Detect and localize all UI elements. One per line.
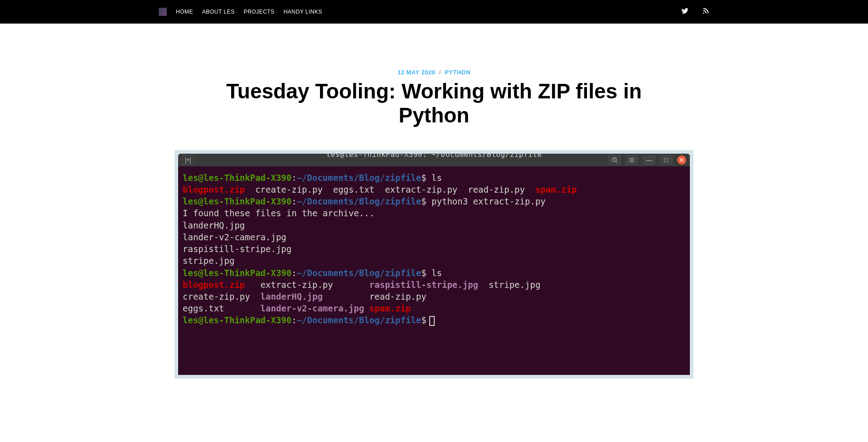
post-meta-separator: / [439, 69, 441, 76]
terminal-body: les@les-ThinkPad-X390:~/Documents/Blog/z… [178, 166, 690, 375]
feature-image: ]+[ les@les-ThinkPad-X390: ~/Documents/B… [175, 150, 693, 379]
main-content: 12 MAY 2020 / PYTHON Tuesday Tooling: Wo… [175, 24, 693, 379]
titlebar-controls: — □ ✕ [608, 155, 686, 165]
nav-left: HOME ABOUT LES PROJECTS HANDY LINKS [159, 8, 322, 16]
terminal-window: ]+[ les@les-ThinkPad-X390: ~/Documents/B… [178, 154, 690, 375]
terminal-line: blogpost.zip create-zip.py eggs.txt extr… [183, 184, 685, 195]
terminal-line: eggs.txt lander-v2-camera.jpg spam.zip [183, 302, 685, 314]
terminal-line: les@les-ThinkPad-X390:~/Documents/Blog/z… [183, 267, 685, 279]
nav-link-handy[interactable]: HANDY LINKS [284, 9, 322, 15]
post-meta: 12 MAY 2020 / PYTHON [175, 69, 693, 76]
close-icon: ✕ [677, 155, 686, 165]
search-icon [608, 155, 621, 165]
menu-icon [626, 155, 638, 165]
terminal-line: lander-v2-camera.jpg [183, 231, 685, 243]
rss-icon[interactable] [702, 7, 709, 16]
cursor-icon [429, 316, 435, 326]
terminal-line: blogpost.zip extract-zip.py raspistill-s… [183, 279, 685, 291]
twitter-icon[interactable] [681, 7, 689, 16]
titlebar-new-tab-icon: ]+[ [182, 155, 194, 165]
post-date[interactable]: 12 MAY 2020 [398, 69, 436, 76]
terminal-line: raspistill-stripe.jpg [183, 243, 685, 255]
svg-point-1 [612, 158, 616, 161]
post-title: Tuesday Tooling: Working with ZIP files … [175, 79, 693, 127]
terminal-line: create-zip.py landerHQ.jpg read-zip.py [183, 291, 685, 302]
terminal-line: landerHQ.jpg [183, 219, 685, 231]
maximize-icon: □ [660, 155, 673, 165]
svg-line-2 [616, 161, 617, 162]
nav-link-about[interactable]: ABOUT LES [202, 9, 235, 15]
terminal-line: I found these files in the archive... [183, 207, 685, 219]
site-logo[interactable] [159, 8, 167, 16]
terminal-titlebar: ]+[ les@les-ThinkPad-X390: ~/Documents/B… [178, 154, 690, 166]
terminal-line: les@les-ThinkPad-X390:~/Documents/Blog/z… [183, 172, 685, 184]
nav-link-projects[interactable]: PROJECTS [244, 9, 275, 15]
nav-right [681, 7, 709, 16]
terminal-line: les@les-ThinkPad-X390:~/Documents/Blog/z… [183, 195, 685, 207]
terminal-title-text: les@les-ThinkPad-X390: ~/Documents/Blog/… [326, 154, 542, 159]
top-navbar: HOME ABOUT LES PROJECTS HANDY LINKS [0, 0, 868, 24]
post-category-link[interactable]: PYTHON [445, 69, 470, 76]
nav-link-home[interactable]: HOME [176, 9, 193, 15]
svg-point-0 [703, 12, 704, 14]
terminal-line: les@les-ThinkPad-X390:~/Documents/Blog/z… [183, 314, 685, 326]
nav-links-container: HOME ABOUT LES PROJECTS HANDY LINKS [176, 9, 322, 15]
minimize-icon: — [643, 155, 655, 165]
terminal-line: stripe.jpg [183, 255, 685, 267]
